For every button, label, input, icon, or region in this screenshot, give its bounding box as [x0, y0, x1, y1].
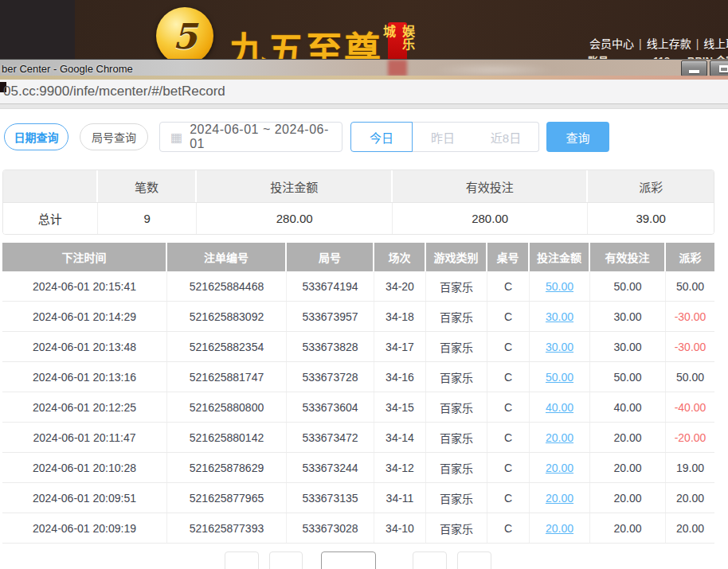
summary-header-payout: 派彩 — [588, 170, 714, 202]
nav-online-deposit[interactable]: 线上存款 — [647, 37, 691, 50]
bet-amount-link[interactable]: 20.00 — [546, 492, 573, 505]
session-cell: 34-17 — [374, 332, 426, 361]
pagination-button[interactable] — [269, 551, 303, 569]
table-no-cell: C — [487, 362, 530, 392]
today-label: 今日 — [370, 129, 393, 146]
table-no-cell: C — [487, 392, 530, 422]
address-bar[interactable]: 05.cc:9900/infe/mcenter/#/betRecord — [0, 80, 728, 104]
game-type-cell: 百家乐 — [426, 271, 487, 301]
round-id-cell: 533673957 — [287, 302, 374, 331]
bet-amount-link[interactable]: 20.00 — [546, 431, 573, 444]
window-titlebar[interactable]: ber Center - Google Chrome — [0, 59, 728, 80]
brand-banner: 娱乐城 — [388, 22, 407, 59]
pagination-button[interactable] — [225, 551, 259, 569]
bet-amount-link[interactable]: 30.00 — [546, 310, 573, 323]
column-header-session: 场次 — [374, 243, 426, 271]
payout-cell: -30.00 — [666, 302, 714, 331]
bet-id-cell: 521625880142 — [167, 423, 287, 452]
column-header-valid-bet: 有效投注 — [590, 243, 666, 271]
minimize-button[interactable] — [681, 60, 707, 76]
session-cell: 34-12 — [374, 453, 426, 482]
account-info: 账号118BBIN 余额 — [588, 53, 728, 59]
bet-time-cell: 2024-06-01 20:14:29 — [2, 302, 167, 331]
table-row: 2024-06-01 20:10:28521625878629533673244… — [2, 453, 714, 483]
nav-online-withdraw[interactable]: 线上取 — [703, 37, 728, 50]
last-8-days-label: 近8日 — [491, 129, 521, 146]
yesterday-button[interactable]: 昨日 — [412, 122, 474, 152]
table-no-cell: C — [487, 453, 530, 482]
nav-member-center[interactable]: 会员中心 — [589, 37, 634, 50]
bet-amount-link[interactable]: 50.00 — [546, 371, 573, 384]
payout-cell: 19.00 — [666, 453, 714, 482]
bet-record-table: 下注时间注单编号局号场次游戏类别桌号投注金额有效投注派彩 2024-06-01 … — [2, 243, 714, 544]
table-no-cell: C — [487, 332, 530, 361]
column-header-round-id: 局号 — [287, 243, 374, 271]
bet-table-header: 下注时间注单编号局号场次游戏类别桌号投注金额有效投注派彩 — [2, 243, 714, 271]
session-cell: 34-15 — [374, 392, 426, 422]
summary-total-row: 总计 9 280.00 280.00 39.00 — [3, 202, 714, 234]
bet-id-cell: 521625882354 — [167, 332, 287, 361]
today-button[interactable]: 今日 — [350, 122, 413, 152]
bet-id-cell: 521625877965 — [167, 483, 287, 512]
search-button[interactable]: 查询 — [546, 122, 609, 152]
valid-bet-cell: 40.00 — [590, 392, 666, 422]
game-type-cell: 百家乐 — [426, 453, 487, 482]
bet-amount-cell: 30.00 — [530, 302, 590, 331]
bet-id-cell: 521625880800 — [167, 392, 287, 422]
table-row: 2024-06-01 20:11:47521625880142533673472… — [2, 423, 714, 453]
round-id-cell: 533673244 — [287, 453, 374, 482]
table-no-cell: C — [487, 483, 530, 512]
bet-time-cell: 2024-06-01 20:15:41 — [2, 271, 167, 301]
summary-total-label: 总计 — [3, 203, 98, 234]
round-id-cell: 533673604 — [287, 392, 374, 422]
bet-id-cell: 521625878629 — [167, 453, 287, 482]
bet-amount-link[interactable]: 20.00 — [546, 522, 573, 535]
round-query-tab[interactable]: 局号查询 — [80, 123, 148, 150]
last-8-days-button[interactable]: 近8日 — [473, 122, 539, 152]
payout-cell: 50.00 — [666, 271, 714, 301]
bet-amount-link[interactable]: 30.00 — [546, 341, 573, 353]
date-query-tab[interactable]: 日期查询 — [4, 123, 68, 150]
date-range-input[interactable]: ▦ 2024-06-01 ~ 2024-06-01 — [159, 122, 342, 152]
game-type-cell: 百家乐 — [426, 362, 487, 392]
bet-amount-link[interactable]: 50.00 — [546, 280, 573, 293]
pagination-button[interactable] — [457, 551, 491, 569]
payout-cell: -20.00 — [666, 423, 714, 452]
summary-header-valid-bet: 有效投注 — [393, 170, 588, 202]
table-row: 2024-06-01 20:15:41521625884468533674194… — [2, 271, 714, 302]
url-text[interactable]: 05.cc:9900/infe/mcenter/#/betRecord — [3, 80, 225, 103]
table-row: 2024-06-01 20:13:48521625882354533673828… — [2, 332, 714, 362]
bet-amount-cell: 20.00 — [530, 453, 590, 482]
column-header-bet-id: 注单编号 — [167, 243, 287, 271]
payout-cell: 50.00 — [666, 362, 714, 392]
bet-amount-cell: 20.00 — [530, 423, 590, 452]
game-type-cell: 百家乐 — [426, 513, 487, 543]
pagination-current-page[interactable] — [321, 551, 376, 569]
column-header-bet-time: 下注时间 — [2, 243, 167, 271]
minimize-icon — [689, 70, 699, 73]
bet-amount-link[interactable]: 20.00 — [546, 462, 573, 474]
bet-id-cell: 521625883092 — [167, 302, 287, 331]
round-query-label: 局号查询 — [92, 129, 136, 145]
date-range-value: 2024-06-01 ~ 2024-06-01 — [190, 123, 342, 151]
toolbar-strip — [0, 104, 728, 109]
bet-amount-cell: 20.00 — [530, 483, 590, 512]
site-header: 5 九五至尊 娱乐城 会员中心|线上存款|线上取 账号118BBIN 余额 — [0, 0, 728, 59]
payout-cell: -40.00 — [666, 392, 714, 422]
maximize-button[interactable] — [710, 60, 728, 76]
bet-amount-cell: 40.00 — [530, 392, 590, 422]
pagination-button[interactable] — [413, 551, 447, 569]
summary-header-row: 笔数 投注金额 有效投注 派彩 — [3, 170, 714, 202]
table-row: 2024-06-01 20:14:29521625883092533673957… — [2, 302, 714, 332]
table-no-cell: C — [487, 423, 530, 452]
bet-amount-link[interactable]: 40.00 — [546, 401, 573, 414]
bet-table-body: 2024-06-01 20:15:41521625884468533674194… — [2, 271, 714, 544]
session-cell: 34-11 — [374, 483, 426, 512]
game-type-cell: 百家乐 — [426, 332, 487, 361]
bet-id-cell: 521625877393 — [167, 513, 287, 543]
session-cell: 34-10 — [374, 513, 426, 543]
bet-amount-cell: 30.00 — [530, 332, 590, 361]
glass-blur-logo — [430, 64, 558, 76]
summary-total-bet-amount: 280.00 — [197, 203, 392, 234]
summary-table: 笔数 投注金额 有效投注 派彩 总计 9 280.00 280.00 39.00 — [2, 170, 714, 235]
